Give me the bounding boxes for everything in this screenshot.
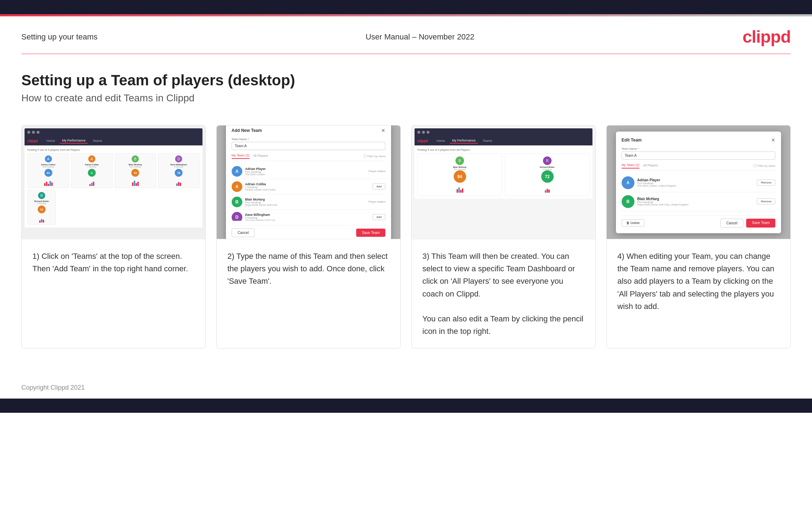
avatar-ap: A (232, 166, 242, 177)
mock-section-1: Finding 5 out of 4 players from All Play… (27, 148, 200, 151)
player-info-ac: Adrian Coliba 1 Handicap Central London … (245, 182, 370, 191)
score-cards-3: B Blair McHarg Plus Handicap 94 (417, 153, 590, 196)
mock-nav-home: Home (44, 138, 57, 143)
dialog-input-2[interactable]: Team A (232, 142, 385, 150)
mock-b-15 (180, 183, 181, 186)
card-2-text: 2) Type the name of this Team and then s… (217, 239, 400, 348)
trash-icon: 🗑 (626, 221, 629, 225)
score-card-3-1: B Blair McHarg Plus Handicap 94 (417, 153, 502, 196)
dialog-input-4[interactable]: Team A (622, 151, 775, 160)
mock-bars-2 (89, 179, 94, 186)
edit-avatar-ap: A (622, 176, 634, 189)
card-4-screenshot: Edit Team ✕ Team Name * Team A My Team (… (607, 126, 790, 239)
mock-nav-3-home: Home (434, 138, 447, 143)
dot-3-2 (422, 131, 425, 134)
player-item-1: A Adrian Player Plus Handicap The Shire … (232, 164, 385, 179)
cards-row: clippd Home My Performance Teams Finding… (21, 125, 791, 348)
player-add-db[interactable]: Add (373, 214, 385, 220)
player-name-ac: Adrian Coliba (245, 182, 370, 186)
sc3-b-4 (462, 188, 463, 193)
save-btn-2[interactable]: Save Team (356, 229, 385, 237)
mock-bottom-row: R Richard Butler 2 Handicap 72 (27, 190, 200, 225)
mock-ps-2: 1 Handicap (87, 166, 96, 168)
mock-b-18 (43, 220, 44, 223)
dialog-close-2[interactable]: ✕ (381, 128, 385, 133)
mock-browser-bar-1 (25, 128, 202, 136)
header-logo: clippd (743, 27, 791, 47)
dialog-header-4: Edit Team ✕ (622, 137, 775, 143)
dialog-footer-4: 🗑 Delete Cancel Save Team (622, 215, 775, 228)
tab4-my-team[interactable]: My Team (2) (622, 163, 639, 169)
card-4: Edit Team ✕ Team Name * Team A My Team (… (606, 125, 791, 348)
dot-2 (32, 131, 35, 134)
add-team-dialog: Add New Team ✕ Team Name * Team A My Tea… (226, 126, 391, 239)
player-item-4: D Dave Billingham 5 Handicap The Ding Ma… (232, 210, 385, 221)
mock-logo-3: clippd (417, 139, 428, 143)
cancel-btn-2[interactable]: Cancel (232, 228, 255, 237)
mock-sc-5: 72 (38, 206, 46, 213)
tab4-all-players[interactable]: All Players (643, 164, 658, 168)
card-2-screenshot: Add New Team ✕ Team Name * Team A My Tea… (217, 126, 400, 239)
mock-players-grid-1: A Adrian Collins Plus Handicap 84 (27, 153, 200, 188)
score-card-3-2: R Richard Butler 2 Handicap 72 (505, 153, 590, 196)
edit-player-list: A Adrian Player Plus Handicap The Shire … (622, 174, 775, 211)
mock-nav-3: clippd Home My Performance Teams (415, 136, 592, 145)
mock-content-1: Finding 5 out of 4 players from All Play… (25, 145, 202, 228)
mock-nav-players: Teams (91, 138, 105, 143)
mock-av-2: A (88, 155, 95, 162)
tab-all-players[interactable]: All Players (253, 154, 268, 159)
mock-ps-4: 5 Handicap (174, 166, 183, 168)
edit-player-1: A Adrian Player Plus Handicap The Shire … (622, 174, 775, 192)
mock-b-11 (136, 183, 137, 186)
filter-checkbox-4 (754, 164, 756, 167)
mock-av-3: B (132, 155, 139, 162)
bottom-bar (0, 399, 812, 413)
player-added-ap: Player Added (369, 170, 386, 173)
filter-label: Filter by name (364, 155, 386, 158)
delete-btn-4[interactable]: 🗑 Delete (622, 219, 644, 226)
mock-bars-3 (132, 179, 139, 186)
mock-b-4 (49, 181, 51, 186)
mock-b-2 (46, 182, 47, 186)
card-3: clippd Home My Performance Teams Finding… (411, 125, 596, 348)
dialog-title-2: Add New Team (232, 128, 262, 133)
page-content: Setting up a Team of players (desktop) H… (0, 54, 812, 377)
edit-name-bm: Blair McHarg (637, 197, 754, 201)
player-add-ac[interactable]: Add (373, 183, 385, 190)
mock-sc-2: 0 (88, 169, 96, 177)
sc3-b-7 (548, 190, 550, 193)
player-name-db: Dave Billingham (245, 213, 370, 217)
card-3-text: 3) This Team will then be created. You c… (412, 239, 595, 348)
mock-av-5: R (38, 192, 45, 199)
mock-sc-1: 84 (44, 169, 52, 177)
sc3-bars-1 (457, 186, 463, 193)
mock-nav-1: clippd Home My Performance Teams (25, 136, 202, 145)
edit-info-ap: Adrian Player Plus Handicap The Shire Lo… (637, 178, 754, 187)
mock-browser-bar-3 (415, 128, 592, 136)
card-1-text: 1) Click on 'Teams' at the top of the sc… (22, 239, 205, 348)
sc3-b-6 (547, 189, 548, 193)
cancel-btn-4[interactable]: Cancel (720, 219, 743, 228)
mock-b-13 (176, 183, 178, 186)
avatar-db: D (232, 212, 242, 221)
tab-my-team[interactable]: My Team (2) (232, 154, 249, 159)
mock-b-16 (39, 220, 41, 223)
header: Setting up your teams User Manual – Nove… (0, 16, 812, 54)
dialog-tabs-2: My Team (2) All Players Filter by name (232, 154, 385, 161)
footer-right-4: Cancel Save Team (720, 219, 775, 228)
remove-btn-ap[interactable]: Remove (757, 180, 775, 186)
mock-bars-1 (44, 179, 53, 186)
mock-ps-1: Plus Handicap (43, 166, 54, 168)
player-info-ap: Adrian Player Plus Handicap The Shire Lo… (245, 167, 366, 176)
card-1-screenshot: clippd Home My Performance Teams Finding… (22, 126, 205, 239)
mock-logo-1: clippd (27, 139, 38, 143)
sc3-av-2: R (543, 156, 552, 165)
dot-3-1 (417, 131, 420, 134)
dialog-close-4[interactable]: ✕ (771, 137, 775, 143)
remove-btn-bm[interactable]: Remove (757, 198, 775, 204)
dot-3-3 (427, 131, 429, 134)
save-btn-4[interactable]: Save Team (746, 219, 775, 228)
mock-content-3: Finding 5 out of 4 players from All Play… (415, 145, 592, 199)
card-3-screenshot: clippd Home My Performance Teams Finding… (412, 126, 595, 239)
mock-section-3: Finding 5 out of 4 players from All Play… (417, 148, 590, 151)
